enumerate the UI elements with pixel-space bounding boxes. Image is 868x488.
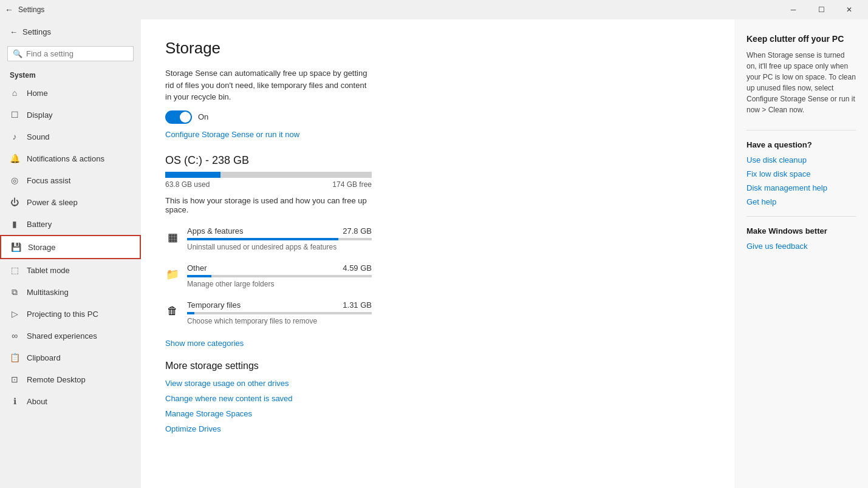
sidebar-item-remote[interactable]: ⊡Remote Desktop — [0, 368, 141, 390]
sidebar-items: ⌂Home☐Display♪Sound🔔Notifications & acti… — [0, 82, 141, 412]
cat-size-2: 1.31 GB — [343, 300, 372, 310]
sidebar-item-label-remote: Remote Desktop — [27, 375, 86, 384]
search-input[interactable] — [26, 49, 128, 58]
storage-category-2[interactable]: 🗑Temporary files1.31 GBChoose which temp… — [165, 300, 372, 325]
titlebar-controls: ─ ☐ ✕ — [779, 0, 863, 19]
cat-header-2: Temporary files1.31 GB — [187, 300, 372, 310]
sidebar-item-label-clipboard: Clipboard — [27, 353, 61, 362]
sidebar-item-label-focus: Focus assist — [27, 176, 70, 185]
cat-name-0: Apps & features — [187, 226, 244, 236]
back-arrow-icon: ← — [10, 27, 18, 36]
more-storage-link-0[interactable]: View storage usage on other drives — [165, 379, 710, 388]
sidebar-item-tablet[interactable]: ⬚Tablet mode — [0, 259, 141, 281]
focus-icon: ◎ — [10, 175, 19, 185]
minimize-button[interactable]: ─ — [779, 0, 807, 19]
more-storage-link-3[interactable]: Optimize Drives — [165, 424, 710, 433]
battery-icon: ▮ — [10, 219, 19, 229]
sidebar-item-focus[interactable]: ◎Focus assist — [0, 169, 141, 191]
question-section-title: Have a question? — [747, 140, 856, 149]
sidebar-item-about[interactable]: ℹAbout — [0, 390, 141, 412]
sidebar-item-label-shared: Shared experiences — [27, 331, 97, 341]
notifications-icon: 🔔 — [10, 154, 19, 163]
drive-storage-bar — [165, 172, 372, 178]
sidebar-item-battery[interactable]: ▮Battery — [0, 213, 141, 235]
sidebar-item-label-power: Power & sleep — [27, 198, 78, 207]
sidebar-item-shared[interactable]: ∞Shared experiences — [0, 325, 141, 347]
page-title: Storage — [165, 39, 710, 58]
shared-icon: ∞ — [10, 331, 19, 341]
sidebar-item-label-projecting: Projecting to this PC — [27, 310, 98, 319]
app-container: ← Settings 🔍 System ⌂Home☐Display♪Sound🔔… — [0, 19, 868, 488]
sidebar-section-label: System — [0, 66, 141, 82]
close-button[interactable]: ✕ — [835, 0, 863, 19]
question-link-1[interactable]: Fix low disk space — [747, 169, 856, 178]
cat-bar-2 — [187, 312, 372, 314]
sidebar-item-display[interactable]: ☐Display — [0, 104, 141, 126]
sidebar-item-multitasking[interactable]: ⧉Multitasking — [0, 281, 141, 303]
display-icon: ☐ — [10, 110, 19, 120]
right-divider-2 — [747, 216, 856, 217]
multitasking-icon: ⧉ — [10, 287, 19, 297]
trash-icon: 🗑 — [165, 302, 180, 321]
tablet-icon: ⬚ — [10, 265, 19, 275]
cat-bar-0 — [187, 238, 372, 240]
sidebar-item-sound[interactable]: ♪Sound — [0, 126, 141, 147]
sidebar-item-clipboard[interactable]: 📋Clipboard — [0, 347, 141, 368]
back-icon: ← — [5, 5, 13, 15]
sidebar-back-label: Settings — [22, 27, 51, 36]
sidebar-item-power[interactable]: ⏻Power & sleep — [0, 191, 141, 213]
configure-storage-link[interactable]: Configure Storage Sense or run it now — [165, 130, 299, 139]
titlebar-title: Settings — [18, 5, 44, 14]
storage-labels: 63.8 GB used 174 GB free — [165, 180, 372, 189]
question-link-2[interactable]: Disk management help — [747, 183, 856, 192]
sidebar-item-notifications[interactable]: 🔔Notifications & actions — [0, 147, 141, 169]
cat-bar-fill-1 — [187, 275, 211, 277]
about-icon: ℹ — [10, 396, 19, 406]
storage-sense-toggle[interactable] — [165, 110, 192, 124]
sidebar-item-storage[interactable]: 💾Storage — [0, 235, 141, 259]
sidebar-item-label-tablet: Tablet mode — [27, 266, 70, 275]
storage-categories: ▦Apps & features27.8 GBUninstall unused … — [165, 226, 710, 325]
cat-name-1: Other — [187, 263, 207, 273]
used-label: 63.8 GB used — [165, 180, 210, 189]
clipboard-icon: 📋 — [10, 353, 19, 362]
maximize-button[interactable]: ☐ — [807, 0, 835, 19]
sidebar-search-box[interactable]: 🔍 — [7, 46, 134, 61]
sidebar-item-projecting[interactable]: ▷Projecting to this PC — [0, 303, 141, 325]
power-icon: ⏻ — [10, 197, 19, 207]
home-icon: ⌂ — [10, 88, 19, 98]
question-link-0[interactable]: Use disk cleanup — [747, 155, 856, 164]
sidebar: ← Settings 🔍 System ⌂Home☐Display♪Sound🔔… — [0, 19, 141, 488]
apps-icon: ▦ — [165, 228, 180, 247]
sidebar-back-button[interactable]: ← Settings — [0, 19, 141, 44]
search-icon: 🔍 — [13, 49, 22, 58]
sidebar-item-home[interactable]: ⌂Home — [0, 82, 141, 104]
question-link-3[interactable]: Get help — [747, 197, 856, 206]
remote-icon: ⊡ — [10, 374, 19, 384]
cat-bar-fill-2 — [187, 312, 194, 314]
titlebar-left: ← Settings — [5, 5, 44, 15]
tip-description: When Storage sense is turned on, it'll f… — [747, 50, 856, 115]
storage-sense-toggle-row: On — [165, 110, 710, 124]
storage-category-1[interactable]: 📁Other4.59 GBManage other large folders — [165, 263, 372, 288]
sidebar-item-label-about: About — [27, 397, 47, 406]
show-more-categories-link[interactable]: Show more categories — [165, 339, 244, 348]
storage-category-0[interactable]: ▦Apps & features27.8 GBUninstall unused … — [165, 226, 372, 251]
give-feedback-link[interactable]: Give us feedback — [747, 242, 856, 251]
sidebar-item-label-display: Display — [27, 110, 53, 120]
more-storage-link-1[interactable]: Change where new content is saved — [165, 394, 710, 403]
feedback-section-title: Make Windows better — [747, 226, 856, 236]
more-storage-link-2[interactable]: Manage Storage Spaces — [165, 409, 710, 418]
storage-bar-used — [165, 172, 220, 178]
cat-bar-1 — [187, 275, 372, 277]
more-storage-links: View storage usage on other drivesChange… — [165, 379, 710, 433]
question-links: Use disk cleanupFix low disk spaceDisk m… — [747, 155, 856, 206]
sound-icon: ♪ — [10, 132, 19, 141]
main-content: Storage Storage Sense can automatically … — [141, 19, 734, 488]
projecting-icon: ▷ — [10, 309, 19, 319]
storage-bar-background — [165, 172, 372, 178]
sidebar-item-label-battery: Battery — [27, 220, 52, 229]
folder-icon: 📁 — [165, 265, 180, 284]
cat-sub-1: Manage other large folders — [187, 280, 372, 288]
cat-header-1: Other4.59 GB — [187, 263, 372, 273]
